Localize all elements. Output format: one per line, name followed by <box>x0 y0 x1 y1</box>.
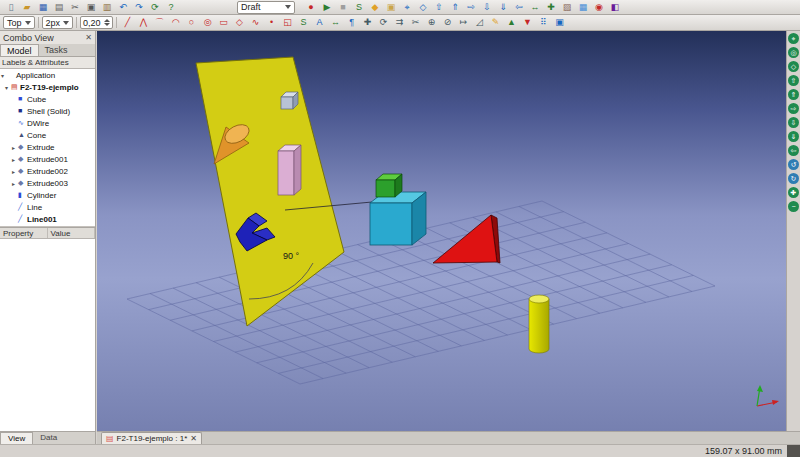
document-tab[interactable]: ▤ F2-T19-ejemplo : 1* ✕ <box>101 432 202 444</box>
workbench-selector[interactable]: Draft <box>237 1 295 14</box>
refresh-icon[interactable]: ⟳ <box>147 1 163 14</box>
draft-circle-icon[interactable]: ○ <box>184 16 200 29</box>
tree-item[interactable]: ╱ Line001 <box>0 213 95 225</box>
draft-move-icon[interactable]: ✚ <box>360 16 376 29</box>
right-view-icon[interactable]: ⇨ <box>463 1 479 14</box>
rear-view-icon[interactable]: ⇩ <box>479 1 495 14</box>
draft-facebinder-icon[interactable]: ◱ <box>280 16 296 29</box>
group-icon[interactable]: ▣ <box>383 1 399 14</box>
rotate-right-icon[interactable]: ↻ <box>788 173 799 184</box>
tree-item[interactable]: ∿ DWire <box>0 117 95 129</box>
tree-item[interactable]: ▸ ◆ Extrude002 <box>0 165 95 177</box>
fit-selection-icon[interactable]: ◎ <box>788 47 799 58</box>
draft-split-icon[interactable]: ⊘ <box>440 16 456 29</box>
texture-icon[interactable]: ▨ <box>559 1 575 14</box>
grid-toggle-icon[interactable]: ▦ <box>575 1 591 14</box>
open-document-icon[interactable]: ▰ <box>19 1 35 14</box>
tree-item[interactable]: ■ Cube <box>0 93 95 105</box>
tree-item[interactable]: ╱ Line <box>0 201 95 213</box>
working-plane-icon[interactable]: ◧ <box>607 1 623 14</box>
copy-icon[interactable]: ▣ <box>83 1 99 14</box>
tree-item[interactable]: ▮ Cylinder <box>0 189 95 201</box>
tree-item[interactable]: ▾ Application <box>0 69 95 81</box>
pink-box[interactable] <box>278 145 301 195</box>
fit-all-icon[interactable]: ⌖ <box>788 33 799 44</box>
draft-dimension-icon[interactable]: ↔ <box>328 16 344 29</box>
draft-offset-icon[interactable]: ⇉ <box>392 16 408 29</box>
property-column-header[interactable]: Property <box>0 228 48 238</box>
draft-array-icon[interactable]: ⠿ <box>536 16 552 29</box>
tree-item[interactable]: ▸ ◆ Extrude001 <box>0 153 95 165</box>
right-view-icon[interactable]: ⇨ <box>788 103 799 114</box>
tab-data[interactable]: Data <box>33 432 64 444</box>
rotate-left-icon[interactable]: ↺ <box>788 159 799 170</box>
property-editor-area[interactable] <box>0 239 95 431</box>
tab-view[interactable]: View <box>0 432 33 444</box>
tree-item[interactable]: ■ Shell (Solid) <box>0 105 95 117</box>
python-console-icon[interactable]: S <box>351 1 367 14</box>
tree-item[interactable]: ▾ ▤ F2-T19-ejemplo <box>0 81 95 93</box>
yellow-plane[interactable] <box>196 57 344 326</box>
print-icon[interactable]: ▤ <box>51 1 67 14</box>
spinner-arrows-icon[interactable] <box>104 19 110 26</box>
close-tab-icon[interactable]: ✕ <box>190 434 197 443</box>
draft-bspline-icon[interactable]: ∿ <box>248 16 264 29</box>
scale-spinbox[interactable]: 0,20 <box>80 16 113 29</box>
fit-all-icon[interactable]: ⌖ <box>399 1 415 14</box>
draft-point-icon[interactable]: • <box>264 16 280 29</box>
toggle-axis-cross-icon[interactable]: ✚ <box>543 1 559 14</box>
tab-tasks[interactable]: Tasks <box>39 44 74 56</box>
close-panel-icon[interactable]: ✕ <box>85 33 92 42</box>
gray-cube[interactable] <box>281 92 298 109</box>
draft-rotate-icon[interactable]: ⟳ <box>376 16 392 29</box>
left-view-icon[interactable]: ⇦ <box>788 145 799 156</box>
draft-label-icon[interactable]: ¶ <box>344 16 360 29</box>
draft-stretch-icon[interactable]: ↦ <box>456 16 472 29</box>
draft-upgrade-icon[interactable]: ▲ <box>504 16 520 29</box>
draft-rectangle-icon[interactable]: ▭ <box>216 16 232 29</box>
new-document-icon[interactable]: ▯ <box>3 1 19 14</box>
zoom-out-icon[interactable]: − <box>788 201 799 212</box>
top-view-icon[interactable]: ⇑ <box>788 89 799 100</box>
draft-edit-icon[interactable]: ✎ <box>488 16 504 29</box>
draft-fillet-icon[interactable]: ⌒ <box>152 16 168 29</box>
bottom-view-icon[interactable]: ⇓ <box>495 1 511 14</box>
value-column-header[interactable]: Value <box>48 228 96 238</box>
draft-downgrade-icon[interactable]: ▼ <box>520 16 536 29</box>
axonometric-view-icon[interactable]: ◇ <box>415 1 431 14</box>
cyan-cube[interactable] <box>370 192 426 245</box>
redo-icon[interactable]: ↷ <box>131 1 147 14</box>
top-view-icon[interactable]: ⇑ <box>447 1 463 14</box>
draft-trimex-icon[interactable]: ✂ <box>408 16 424 29</box>
draft-ellipse-icon[interactable]: ◎ <box>200 16 216 29</box>
linewidth-selector[interactable]: 2px <box>42 16 74 29</box>
snap-toggle-icon[interactable]: ◉ <box>591 1 607 14</box>
green-cube[interactable] <box>376 174 402 197</box>
draft-shapestring-icon[interactable]: S <box>296 16 312 29</box>
working-plane-selector[interactable]: Top <box>3 16 35 29</box>
bottom-view-icon[interactable]: ⇓ <box>788 131 799 142</box>
zoom-in-icon[interactable]: ✚ <box>788 187 799 198</box>
part-box-icon[interactable]: ◆ <box>367 1 383 14</box>
left-view-icon[interactable]: ⇦ <box>511 1 527 14</box>
rear-view-icon[interactable]: ⇩ <box>788 117 799 128</box>
red-wedge[interactable] <box>433 215 500 263</box>
draft-line-icon[interactable]: ╱ <box>120 16 136 29</box>
draft-arc-icon[interactable]: ◠ <box>168 16 184 29</box>
whatsthis-icon[interactable]: ? <box>163 1 179 14</box>
macro-execute-icon[interactable]: ▶ <box>319 1 335 14</box>
yellow-cylinder[interactable] <box>529 295 549 353</box>
cut-icon[interactable]: ✂ <box>67 1 83 14</box>
draft-scale-icon[interactable]: ◿ <box>472 16 488 29</box>
macro-stop-icon[interactable]: ■ <box>335 1 351 14</box>
draft-text-icon[interactable]: A <box>312 16 328 29</box>
tab-model[interactable]: Model <box>0 44 39 56</box>
size-grip[interactable] <box>787 445 800 457</box>
draft-polygon-icon[interactable]: ◇ <box>232 16 248 29</box>
draft-polyline-icon[interactable]: ⋀ <box>136 16 152 29</box>
draft-mirror-icon[interactable]: ▣ <box>552 16 568 29</box>
save-document-icon[interactable]: ▦ <box>35 1 51 14</box>
front-view-icon[interactable]: ⇧ <box>431 1 447 14</box>
isometric-view-icon[interactable]: ◇ <box>788 61 799 72</box>
3d-viewport[interactable]: 90 ° <box>97 31 786 431</box>
